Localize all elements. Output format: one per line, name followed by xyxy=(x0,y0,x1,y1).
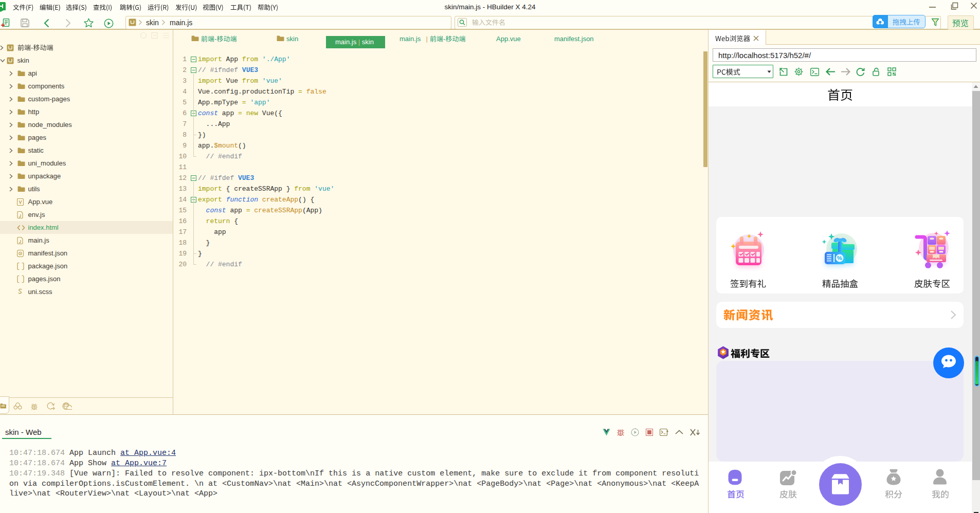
svg-text:%: % xyxy=(837,255,842,261)
